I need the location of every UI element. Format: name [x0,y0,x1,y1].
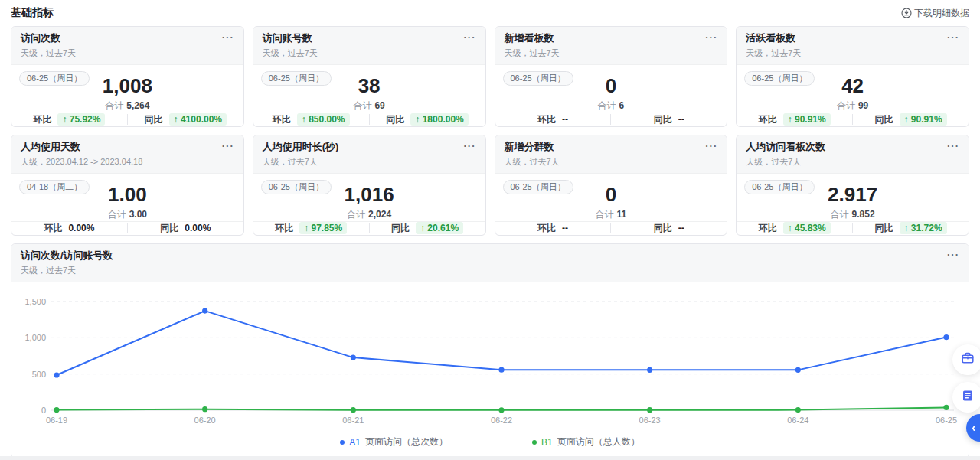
download-detail-link[interactable]: 下载明细数据 [901,7,969,20]
yoy-cell: 同比↑ 20.61% [370,222,485,235]
docs-fab-button[interactable] [952,382,980,413]
chart-title: 访问次数/访问账号数 [21,249,959,263]
yoy-label: 同比 [160,222,178,235]
metric-card-title: 新增分群数 [505,140,718,154]
metric-card-subtitle: 天级，过去7天 [746,156,959,168]
chart-more-menu-button[interactable]: ··· [947,249,959,260]
metric-card: 人均访问看板次数天级，过去7天···06-25（周日）2.917合计9.852环… [736,135,969,236]
metric-total: 合计2,024 [253,208,485,221]
mom-label: 环比 [537,222,556,235]
svg-text:0: 0 [41,406,46,415]
metric-card-footer: 环比↑ 97.85%同比↑ 20.61% [253,221,485,235]
metric-total: 合计3.00 [11,208,243,221]
metric-card-more-menu-button[interactable]: ··· [222,31,234,43]
metric-card-body: 06-25（周日）1,016合计2,024 [253,174,485,221]
page-header: 基础指标 下载明细数据 [0,0,980,24]
download-label: 下载明细数据 [914,7,969,20]
metric-card-more-menu-button[interactable]: ··· [947,31,959,43]
metric-card-header: 访问账号数天级，过去7天··· [253,27,485,65]
legend-series-key: A1 [349,437,361,448]
metric-card-more-menu-button[interactable]: ··· [947,140,959,152]
metric-card-header: 新增看板数天级，过去7天··· [495,27,727,65]
date-badge: 06-25（周日） [503,71,573,86]
metric-total: 合计11 [495,208,727,221]
metric-card: 新增分群数天级，过去7天···06-25（周日）0合计11环比--同比-- [495,135,728,236]
metric-card-header: 人均使用天数天级，2023.04.12 -> 2023.04.18··· [11,135,243,174]
legend-item-b1[interactable]: B1页面访问（总人数） [532,436,640,449]
metric-card: 人均使用天数天级，2023.04.12 -> 2023.04.18···04-1… [11,135,244,236]
legend-dot [532,440,537,445]
svg-text:1,000: 1,000 [24,333,46,342]
metric-card-subtitle: 天级，过去7天 [505,47,718,59]
toolbox-fab-button[interactable] [952,344,980,375]
mom-value: ↑ 75.92% [57,113,105,126]
metric-card-footer: 环比--同比-- [495,221,727,235]
svg-text:500: 500 [32,370,46,379]
metric-card-more-menu-button[interactable]: ··· [705,31,717,43]
mom-label: 环比 [44,222,62,235]
yoy-label: 同比 [145,113,163,126]
metric-card-body: 06-25（周日）0合计6 [495,65,727,113]
mom-cell: 环比↑ 75.92% [11,113,127,126]
metric-card-subtitle: 天级，过去7天 [746,47,959,59]
metric-card-header: 人均使用时长(秒)天级，过去7天··· [253,135,485,174]
yoy-cell: 同比↑ 90.91% [853,113,969,126]
svg-text:1,500: 1,500 [24,297,46,306]
date-badge: 04-18（周二） [19,180,90,194]
metric-card-more-menu-button[interactable]: ··· [705,140,717,152]
mom-cell: 环比↑ 45.83% [737,222,852,235]
yoy-cell: 同比-- [611,222,727,235]
yoy-label: 同比 [391,222,410,235]
metric-card: 活跃看板数天级，过去7天···06-25（周日）42合计99环比↑ 90.91%… [736,26,969,127]
date-badge: 06-25（周日） [19,71,90,86]
yoy-value: -- [678,114,684,125]
metric-card-subtitle: 天级，过去7天 [263,156,476,168]
legend-item-a1[interactable]: A1页面访问（总次数） [340,436,448,449]
metric-card-body: 06-25（周日）42合计99 [737,65,969,113]
metric-card: 访问账号数天级，过去7天···06-25（周日）38合计69环比↑ 850.00… [253,26,486,127]
mom-cell: 环比-- [495,113,611,126]
yoy-value: ↑ 90.91% [900,113,947,126]
metric-total-value: 5,264 [126,100,149,111]
metric-card-footer: 环比↑ 850.00%同比↑ 1800.00% [253,113,485,126]
metric-card-title: 新增看板数 [505,31,718,45]
mom-label: 环比 [275,222,293,235]
metric-card-more-menu-button[interactable]: ··· [464,31,476,43]
yoy-cell: 同比0.00% [128,222,243,235]
metric-card-subtitle: 天级，2023.04.12 -> 2023.04.18 [21,156,234,168]
metric-card-header: 新增分群数天级，过去7天··· [495,135,727,174]
metric-total-value: 3.00 [129,209,147,220]
metric-total-value: 99 [858,100,868,111]
line-chart[interactable]: 05001,0001,50006-1906-2006-2106-2206-230… [23,292,958,428]
metric-card-title: 访问账号数 [263,31,476,45]
metric-card-subtitle: 天级，过去7天 [505,156,718,168]
mom-label: 环比 [33,113,51,126]
yoy-value: ↑ 1800.00% [410,113,468,126]
mom-label: 环比 [537,113,556,126]
mom-cell: 环比-- [495,222,611,235]
svg-text:06-23: 06-23 [639,416,661,425]
metric-total: 合计69 [253,100,485,113]
metric-card-more-menu-button[interactable]: ··· [464,140,476,152]
metric-total-value: 9.852 [852,209,875,220]
metric-card: 访问次数天级，过去7天···06-25（周日）1,008合计5,264环比↑ 7… [11,26,244,127]
legend-series-label: 页面访问（总次数） [365,436,448,449]
legend-dot [340,440,345,445]
yoy-label: 同比 [654,113,672,126]
mom-cell: 环比↑ 90.91% [737,113,852,126]
metric-card-more-menu-button[interactable]: ··· [222,140,234,152]
svg-text:06-21: 06-21 [342,416,364,425]
date-badge: 06-25（周日） [261,71,332,86]
document-icon [961,389,975,406]
date-badge: 06-25（周日） [744,180,815,194]
metric-card-title: 访问次数 [21,31,234,45]
svg-text:06-22: 06-22 [491,416,512,425]
download-icon [901,8,912,18]
metric-total-value: 2,024 [368,209,391,220]
metric-card-header: 活跃看板数天级，过去7天··· [737,27,969,65]
metric-card-subtitle: 天级，过去7天 [263,47,476,59]
yoy-label: 同比 [386,113,404,126]
toolbox-icon [961,351,975,368]
mom-cell: 环比0.00% [11,222,127,235]
svg-text:06-20: 06-20 [194,416,216,425]
